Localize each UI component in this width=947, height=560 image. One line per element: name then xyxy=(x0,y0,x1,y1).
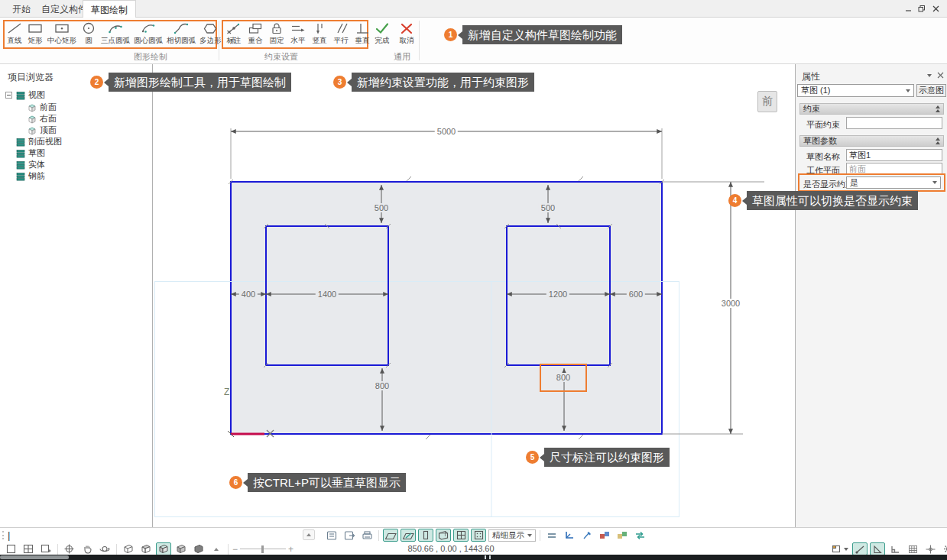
pan-hand-icon[interactable] xyxy=(79,542,95,555)
tab-sketch-draw[interactable]: 草图绘制 xyxy=(83,0,136,18)
desktop-edge-strip xyxy=(0,555,947,560)
tool-line[interactable]: 直线 xyxy=(5,21,24,44)
project-browser-panel: 项目浏览器 视图 前面 右面 顶面 剖面视图 草图 实体 钢筋 xyxy=(0,64,153,527)
line-snap-toggle[interactable] xyxy=(852,542,868,555)
selection-style-dropdown[interactable] xyxy=(830,542,850,555)
print-icon[interactable] xyxy=(359,529,375,542)
tool-three-point-arc[interactable]: 三点圆弧 xyxy=(100,21,131,44)
section-lines-icon[interactable] xyxy=(544,529,559,542)
constraint-group-header[interactable]: 约束 xyxy=(799,103,944,115)
cancel-button[interactable]: 取消 xyxy=(397,21,416,44)
tool-center-arc[interactable]: 圆心圆弧 xyxy=(133,21,164,44)
minimize-icon[interactable] xyxy=(903,4,913,13)
command-input-cursor[interactable]: | xyxy=(8,529,10,541)
tree-item-right-view[interactable]: 右面 xyxy=(28,114,57,124)
tool-dimension[interactable]: 标注 xyxy=(225,21,243,44)
save-view-icon[interactable] xyxy=(324,529,339,542)
tree-item-sketch[interactable]: 草图 xyxy=(16,148,45,158)
dim-label-offset-top-right[interactable]: 500 xyxy=(539,203,557,212)
components-icon[interactable] xyxy=(597,529,612,542)
new-sheet-icon[interactable] xyxy=(3,542,18,555)
zoom-out-icon[interactable]: − xyxy=(232,544,238,555)
collapse-chevrons-icon xyxy=(936,138,940,144)
tile-views-icon[interactable] xyxy=(21,542,36,555)
drag-handle[interactable] xyxy=(2,531,4,539)
zoom-slider[interactable] xyxy=(240,545,286,553)
grid-view-toggle[interactable] xyxy=(453,529,469,542)
box-view-toggle[interactable] xyxy=(436,529,451,542)
view-cube-shaded-icon[interactable] xyxy=(174,542,189,555)
sync-arrows-icon[interactable] xyxy=(632,529,647,542)
tool-rectangle[interactable]: 矩形 xyxy=(26,21,44,44)
show-constraint-highlight-box xyxy=(798,173,945,192)
grid-icon[interactable] xyxy=(905,542,920,555)
sketch-plane-toggle[interactable] xyxy=(401,529,416,542)
close-icon[interactable] xyxy=(930,4,941,13)
dim-label-right-gap[interactable]: 600 xyxy=(627,290,645,299)
sketch-name-input[interactable] xyxy=(846,149,942,161)
collapse-icon[interactable] xyxy=(5,92,12,99)
tool-vertical[interactable]: 竖直 xyxy=(310,21,329,44)
tree-item-section-views[interactable]: 剖面视图 xyxy=(16,137,62,147)
dim-label-opening2-width[interactable]: 1200 xyxy=(546,290,569,299)
add-view-icon[interactable] xyxy=(38,542,54,555)
view-cube-icon xyxy=(28,126,37,135)
zoom-slider-thumb[interactable] xyxy=(261,545,264,553)
orbit-icon[interactable] xyxy=(97,542,112,555)
zoom-in-icon[interactable]: + xyxy=(288,544,294,555)
panel-dock-icon[interactable] xyxy=(927,74,932,77)
angle-snap-toggle[interactable] xyxy=(870,542,885,555)
tree-item-views[interactable]: 视图 xyxy=(5,90,45,100)
tree-item-solid[interactable]: 实体 xyxy=(16,160,45,170)
ucs-axis-icon[interactable] xyxy=(562,529,577,542)
materials-icon[interactable] xyxy=(615,529,630,542)
view-cube-top-icon[interactable] xyxy=(138,542,154,555)
sketch-name-label: 草图名称 xyxy=(806,151,840,163)
tool-fixed[interactable]: 固定 xyxy=(268,21,286,44)
display-mode-dropdown[interactable]: 精细显示 xyxy=(488,529,536,542)
collapse-toolbar-icon[interactable] xyxy=(209,542,224,555)
tool-tangent-arc[interactable]: 相切圆弧 xyxy=(166,21,196,44)
sketch-selector-dropdown[interactable]: 草图 (1) xyxy=(797,84,914,97)
callout-4: 4 草图属性可以切换是否显示约束 xyxy=(728,191,918,210)
tree-item-front-view[interactable]: 前面 xyxy=(28,102,57,112)
view-orientation-button[interactable]: 前 xyxy=(757,91,777,112)
plane-constraint-input[interactable] xyxy=(846,117,942,129)
dim-label-opening1-width[interactable]: 1400 xyxy=(316,290,339,299)
sketch-outer-rectangle[interactable] xyxy=(231,182,662,434)
sketch-params-group-header[interactable]: 草图参数 xyxy=(799,135,944,147)
annotate-pen-icon[interactable] xyxy=(579,529,595,542)
grid-dots-toggle[interactable] xyxy=(471,529,486,542)
collapse-command-icon[interactable] xyxy=(303,529,315,540)
view-cube-wire-icon[interactable] xyxy=(121,542,136,555)
tool-horizontal[interactable]: 水平 xyxy=(289,21,307,44)
tree-item-top-view[interactable]: 顶面 xyxy=(28,125,57,135)
panel-close-icon[interactable] xyxy=(937,72,944,79)
tool-coincident[interactable]: 重合 xyxy=(246,21,264,44)
callout-3: 3 新增约束设置功能，用于约束图形 xyxy=(333,73,534,92)
tool-perpendicular[interactable]: 垂直 xyxy=(353,21,371,44)
tree-item-rebar[interactable]: 钢筋 xyxy=(16,171,45,181)
elevation-toggle[interactable] xyxy=(418,529,433,542)
dim-label-offset-top-left[interactable]: 500 xyxy=(372,203,391,212)
dim-label-total-width[interactable]: 5000 xyxy=(435,127,458,136)
tool-parallel[interactable]: 平行 xyxy=(332,21,350,44)
ortho-square-icon[interactable] xyxy=(887,542,903,555)
export-view-icon[interactable] xyxy=(342,529,357,542)
tool-center-rectangle[interactable]: 中心矩形 xyxy=(47,21,77,44)
tool-circle[interactable]: 圆 xyxy=(79,21,98,44)
view-cube-solid-icon[interactable] xyxy=(191,542,206,555)
ribbon-divider xyxy=(219,21,219,60)
dim-label-bottom-left[interactable]: 800 xyxy=(373,381,391,390)
zoom-extents-icon[interactable] xyxy=(62,542,77,555)
dim-label-total-height[interactable]: 3000 xyxy=(719,299,742,308)
restore-icon[interactable] xyxy=(916,4,927,13)
settings-gear-icon[interactable] xyxy=(940,542,947,555)
callout-2: 2 新增图形绘制工具，用于草图绘制 xyxy=(90,73,291,92)
dim-label-left-gap[interactable]: 400 xyxy=(239,290,258,299)
view-cube-front-icon-active[interactable] xyxy=(156,542,171,555)
finish-button[interactable]: 完成 xyxy=(373,21,391,44)
move-origin-icon[interactable] xyxy=(923,542,938,555)
schematic-button[interactable]: 示意图 xyxy=(916,84,946,97)
workplane-toggle[interactable] xyxy=(383,529,398,542)
